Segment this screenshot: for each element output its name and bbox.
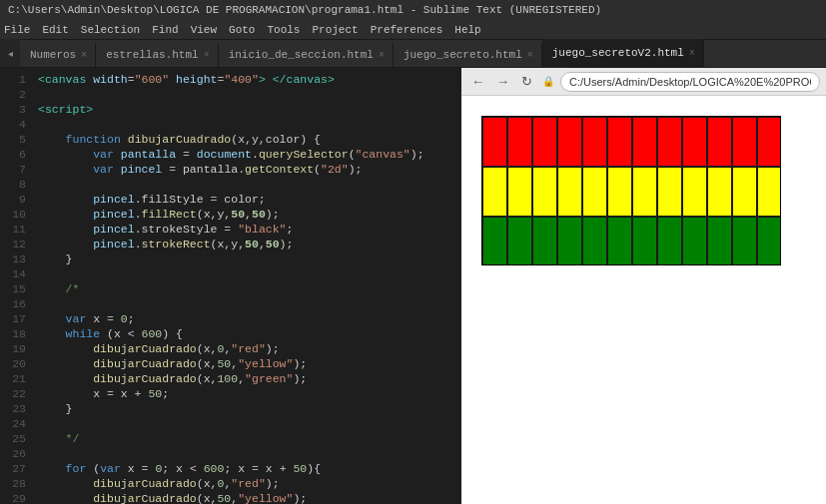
tab-inicio[interactable]: inicio_de_seccion.html × xyxy=(219,43,394,67)
line-numbers: 1234567891011121314151617181920212223242… xyxy=(6,68,34,504)
tab-estrellas-close[interactable]: × xyxy=(204,50,210,61)
code-line-7: var pincel = pantalla.getContext("2d"); xyxy=(34,162,461,177)
canvas-cell-1-10 xyxy=(732,167,757,217)
browser-forward-button[interactable]: → xyxy=(492,72,513,91)
tab-numeros-label: Numeros xyxy=(30,49,76,61)
code-line-4 xyxy=(34,117,461,132)
menu-file[interactable]: File xyxy=(4,24,30,36)
code-line-28: dibujarCuadrado(x,0,"red"); xyxy=(34,476,461,491)
code-line-26 xyxy=(34,446,461,461)
canvas-cell-0-8 xyxy=(682,117,707,167)
title-bar: C:\Users\Admin\Desktop\LOGICA DE PROGRAM… xyxy=(0,0,826,20)
canvas-cell-1-2 xyxy=(532,167,557,217)
canvas-cell-2-3 xyxy=(557,217,582,265)
code-line-9: pincel.fillStyle = color; xyxy=(34,192,461,207)
code-line-11: pincel.strokeStyle = "black"; xyxy=(34,222,461,237)
canvas-cell-2-9 xyxy=(707,217,732,265)
tab-juego2[interactable]: juego_secretoV2.html × xyxy=(542,39,704,67)
tab-scroll-left[interactable]: ◂ xyxy=(0,39,20,67)
code-line-15: /* xyxy=(34,281,461,296)
tab-juego2-label: juego_secretoV2.html xyxy=(552,47,684,59)
tab-juego1-close[interactable]: × xyxy=(527,50,533,61)
code-line-23: } xyxy=(34,401,461,416)
code-line-12: pincel.strokeRect(x,y,50,50); xyxy=(34,237,461,252)
tab-juego2-close[interactable]: × xyxy=(689,48,695,59)
code-line-6: var pantalla = document.querySelector("c… xyxy=(34,147,461,162)
tab-numeros[interactable]: Numeros × xyxy=(20,43,96,67)
code-line-17: var x = 0; xyxy=(34,311,461,326)
canvas-cell-2-5 xyxy=(607,217,632,265)
canvas-cell-1-1 xyxy=(507,167,532,217)
code-line-10: pincel.fillRect(x,y,50,50); xyxy=(34,207,461,222)
menu-help[interactable]: Help xyxy=(454,24,480,36)
canvas-cell-0-6 xyxy=(632,117,657,167)
browser-panel: ← → ↻ 🔒 xyxy=(461,68,826,504)
code-line-22: x = x + 50; xyxy=(34,386,461,401)
code-line-1: <canvas width="600" height="400"> </canv… xyxy=(34,72,461,87)
menu-project[interactable]: Project xyxy=(312,24,358,36)
code-line-5: function dibujarCuadrado(x,y,color) { xyxy=(34,132,461,147)
code-line-25: */ xyxy=(34,431,461,446)
canvas-cell-0-11 xyxy=(757,117,781,167)
browser-content xyxy=(461,96,826,504)
canvas-cell-1-0 xyxy=(482,167,507,217)
canvas-cell-2-10 xyxy=(732,217,757,265)
code-line-20: dibujarCuadrado(x,50,"yellow"); xyxy=(34,356,461,371)
browser-back-button[interactable]: ← xyxy=(467,72,488,91)
canvas-cell-1-8 xyxy=(682,167,707,217)
canvas-cell-2-7 xyxy=(657,217,682,265)
code-line-29: dibujarCuadrado(x,50,"yellow"); xyxy=(34,491,461,504)
canvas-cell-1-11 xyxy=(757,167,781,217)
tab-bar: ◂ Numeros × estrellas.html × inicio_de_s… xyxy=(0,40,826,68)
canvas-cell-2-0 xyxy=(482,217,507,265)
canvas-cell-2-2 xyxy=(532,217,557,265)
menu-selection[interactable]: Selection xyxy=(81,24,140,36)
canvas-cell-1-6 xyxy=(632,167,657,217)
canvas-cell-1-3 xyxy=(557,167,582,217)
canvas-cell-0-0 xyxy=(482,117,507,167)
canvas-cell-2-8 xyxy=(682,217,707,265)
code-line-24 xyxy=(34,416,461,431)
code-line-19: dibujarCuadrado(x,0,"red"); xyxy=(34,341,461,356)
canvas-cell-0-9 xyxy=(707,117,732,167)
tab-estrellas-label: estrellas.html xyxy=(106,49,198,61)
code-line-3: <script> xyxy=(34,102,461,117)
canvas-cell-2-1 xyxy=(507,217,532,265)
canvas-cell-0-2 xyxy=(532,117,557,167)
main-area: 1234567891011121314151617181920212223242… xyxy=(0,68,826,504)
canvas-cell-1-5 xyxy=(607,167,632,217)
tab-estrellas[interactable]: estrellas.html × xyxy=(96,43,218,67)
code-line-14 xyxy=(34,266,461,281)
address-bar[interactable] xyxy=(560,72,820,92)
canvas-cell-0-4 xyxy=(582,117,607,167)
canvas-cell-1-7 xyxy=(657,167,682,217)
tab-juego1[interactable]: juego_secreto.html × xyxy=(394,43,542,67)
tab-inicio-label: inicio_de_seccion.html xyxy=(229,49,374,61)
code-line-27: for (var x = 0; x < 600; x = x + 50){ xyxy=(34,461,461,476)
canvas-cell-2-11 xyxy=(757,217,781,265)
code-line-16 xyxy=(34,296,461,311)
editor-panel: 1234567891011121314151617181920212223242… xyxy=(0,68,461,504)
code-area[interactable]: <canvas width="600" height="400"> </canv… xyxy=(34,68,461,504)
canvas-cell-0-10 xyxy=(732,117,757,167)
browser-refresh-button[interactable]: ↻ xyxy=(517,72,536,91)
menu-edit[interactable]: Edit xyxy=(42,24,68,36)
tab-numeros-close[interactable]: × xyxy=(81,50,87,61)
code-line-18: while (x < 600) { xyxy=(34,326,461,341)
menu-goto[interactable]: Goto xyxy=(229,24,255,36)
canvas-cell-2-6 xyxy=(632,217,657,265)
tab-inicio-close[interactable]: × xyxy=(379,50,385,61)
menu-preferences[interactable]: Preferences xyxy=(371,24,443,36)
canvas-cell-1-9 xyxy=(707,167,732,217)
tab-juego1-label: juego_secreto.html xyxy=(404,49,522,61)
canvas-cell-1-4 xyxy=(582,167,607,217)
menu-bar: File Edit Selection Find View Goto Tools… xyxy=(0,20,826,40)
canvas-cell-0-7 xyxy=(657,117,682,167)
menu-view[interactable]: View xyxy=(191,24,217,36)
menu-tools[interactable]: Tools xyxy=(267,24,300,36)
title-text: C:\Users\Admin\Desktop\LOGICA DE PROGRAM… xyxy=(8,4,601,16)
canvas-cell-0-5 xyxy=(607,117,632,167)
menu-find[interactable]: Find xyxy=(152,24,178,36)
canvas-cell-2-4 xyxy=(582,217,607,265)
archive-icon: 🔒 xyxy=(542,76,554,88)
